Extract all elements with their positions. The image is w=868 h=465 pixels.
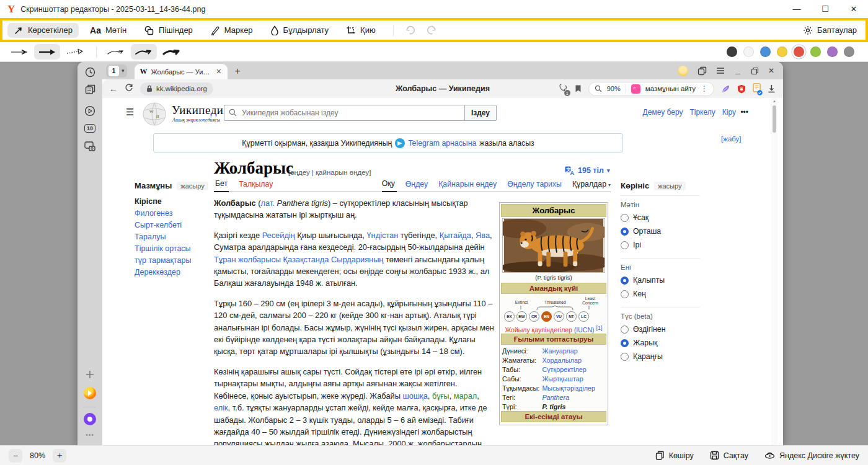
search-button[interactable]: Іздеу [464,105,497,121]
browser-tab[interactable]: W Жолбарыс — Уикипед ✕ [135,64,228,79]
tab-counter[interactable]: 1 ▾ [106,64,127,78]
inline-link[interactable]: марал [454,391,477,401]
tabs-overview-icon[interactable] [698,66,707,76]
inline-link[interactable]: бұғы [432,391,450,401]
redo-button[interactable] [426,25,437,35]
yandex-browser-icon[interactable] [78,387,102,399]
feather-icon[interactable] [721,84,730,94]
tab-talk[interactable]: Талқылау [237,180,274,192]
tool-crop[interactable]: Қию [340,23,382,38]
radio-icon[interactable] [621,277,629,285]
inline-link[interactable]: Сырдарияның [331,255,383,264]
video-icon[interactable] [78,105,102,117]
tool-marker[interactable]: Маркер [204,23,259,38]
article-action-tab[interactable]: Оқу [382,179,397,192]
profile-avatar[interactable] [678,66,688,76]
panels-icon[interactable] [78,84,102,95]
browser-restore-icon[interactable] [751,67,759,75]
toc-item[interactable]: түр тармақтары [135,257,208,264]
settings-button[interactable]: Баптаулар [803,25,861,35]
maximize-button[interactable]: ☐ [811,0,839,18]
more-options-icon[interactable]: ••• [740,108,748,117]
undo-button[interactable] [405,25,416,35]
arrow-style-sketch-thin[interactable] [103,44,129,60]
hamburger-menu-icon[interactable]: ☰ [126,107,134,118]
screenshot-tool-icon[interactable] [78,141,102,151]
copy-button[interactable]: Көшіру [655,451,694,460]
add-panel-icon[interactable] [78,370,102,379]
radio-icon[interactable] [621,353,629,361]
wiki-top-link[interactable]: Тіркелу [689,108,715,117]
tab-close-icon[interactable]: ✕ [216,68,221,76]
radio-icon[interactable] [621,290,629,298]
telegram-link[interactable]: Telegram арнасына [408,139,476,148]
inline-link[interactable]: Ява [476,231,490,240]
radio-option[interactable]: Ірі [621,241,700,249]
color-swatch[interactable] [844,46,854,57]
save-button[interactable]: Сақтау [710,451,748,460]
radio-option[interactable]: Қалыпты [621,276,700,285]
arrow-style-sketch-medium[interactable] [131,44,157,60]
radio-icon[interactable] [621,241,629,249]
search-input[interactable] [224,105,464,121]
radio-option[interactable]: Қараңғы [621,352,700,361]
page-zoom-value[interactable]: 90% [607,85,621,92]
color-swatch[interactable] [777,46,787,57]
iucn-code[interactable]: CR [529,311,539,322]
taxonomy-value[interactable]: Хордалылар [541,355,606,365]
color-swatch[interactable] [794,46,804,57]
minimize-button[interactable]: — [782,0,811,18]
color-swatch[interactable] [743,46,754,57]
color-swatch[interactable] [810,46,821,57]
radio-option[interactable]: Өздігінен [621,325,700,334]
calendar-badge-icon[interactable]: 10 [78,124,102,133]
inline-link[interactable]: елік [214,403,228,412]
wiki-top-link[interactable]: Демеу беру [643,108,683,117]
iucn-code[interactable]: EX [504,311,515,322]
tool-arrows[interactable]: Көрсеткілер [7,23,79,38]
tab-page[interactable]: Бет [214,179,229,192]
zoom-in-button[interactable]: ＋ [53,449,66,463]
radio-option[interactable]: Жарық [621,339,700,347]
reference-link[interactable]: [1] [596,325,602,331]
inline-link[interactable]: лат. [261,198,275,208]
translate-doc-button[interactable] [753,83,761,94]
iucn-code[interactable]: EN [541,311,552,322]
appearance-hide-button[interactable]: жасыру [654,182,685,190]
bookmark-icon[interactable] [575,84,582,93]
history-icon[interactable] [78,67,102,78]
radio-option[interactable]: Ұсақ [621,213,700,222]
taxonomy-value[interactable]: Жыртқыштар [541,374,606,383]
tiger-image[interactable] [502,218,605,273]
reload-icon[interactable] [125,84,133,94]
scroll-up-icon[interactable]: ▲ [773,99,776,103]
back-icon[interactable]: ← [109,84,118,94]
wiki-top-link[interactable]: Кіру [722,108,736,117]
taxonomy-value[interactable]: P. tigris [541,402,606,411]
toc-item[interactable]: Кіріспе [135,198,208,205]
arrow-style-dotted[interactable] [62,44,88,60]
radio-icon[interactable] [621,339,629,347]
iucn-status-link[interactable]: Жойылу қаупіндегілер (IUCN) [1] [504,326,603,334]
color-swatch[interactable] [827,46,838,57]
protect-shield-icon[interactable] [737,84,746,94]
editor-canvas[interactable]: 10 ••• 1 ▾ W Жолбарыс — Уикипед ✕ [0,62,868,445]
language-selector[interactable]: 文A 195 тіл ▾ [565,166,609,175]
upload-yandex-disk-button[interactable]: Яндекс Дискіге жүктеу [764,451,859,460]
toc-item[interactable]: Дереккөздер [135,268,208,276]
tool-blur[interactable]: Бұлдырлату [264,23,335,38]
inline-link[interactable]: Ресейдің [262,231,295,240]
pill-more-icon[interactable]: ⋮ [701,84,708,93]
browser-minimize-icon[interactable]: ＿ [734,66,742,76]
menu-icon[interactable] [716,67,725,74]
tool-text[interactable]: Аа Мәтін [84,23,133,38]
iucn-code[interactable]: NT [566,311,577,322]
color-swatch[interactable] [760,46,771,57]
taxonomy-value[interactable]: Мысықтәрізділер [541,383,606,392]
inline-link[interactable]: Үндістан [366,231,398,240]
taxonomy-value[interactable]: Жануарлар [541,346,606,355]
iucn-code[interactable]: EW [516,311,527,322]
zoom-out-button[interactable]: − [9,449,22,463]
toc-item[interactable]: Таралуы [135,233,208,241]
alice-icon[interactable] [78,413,102,425]
